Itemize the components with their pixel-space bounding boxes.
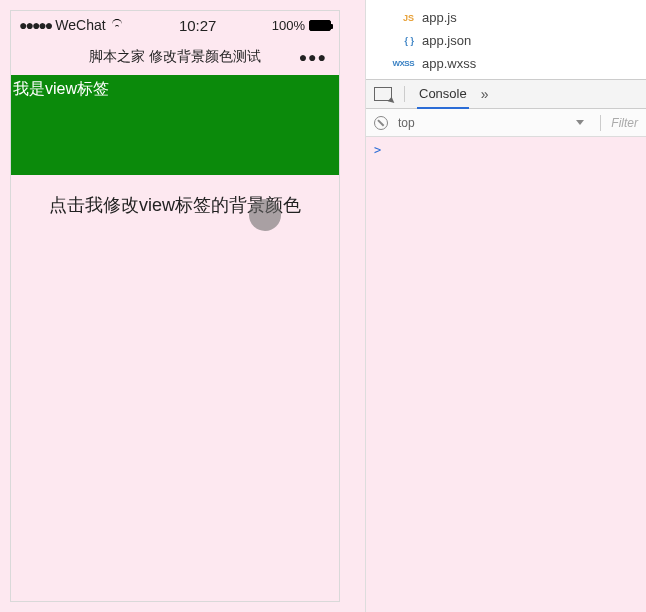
file-name-label: app.json <box>422 33 471 48</box>
clock-label: 10:27 <box>124 17 272 34</box>
simulator-panel: ●●●●● WeChat 10:27 100% 脚本之家 修改背景颜色测试 ●●… <box>0 0 365 612</box>
chevron-down-icon <box>576 120 584 125</box>
more-menu-icon[interactable]: ●●● <box>299 49 327 65</box>
status-left: ●●●●● WeChat <box>19 17 124 33</box>
console-prompt-icon: > <box>374 143 381 157</box>
file-name-label: app.wxss <box>422 56 476 71</box>
file-item[interactable]: WXSS app.wxss <box>366 52 646 75</box>
filter-input[interactable]: Filter <box>611 116 638 130</box>
page-title: 脚本之家 修改背景颜色测试 <box>89 48 261 66</box>
signal-dots-icon: ●●●●● <box>19 17 51 33</box>
phone-frame: ●●●●● WeChat 10:27 100% 脚本之家 修改背景颜色测试 ●●… <box>10 10 340 602</box>
touch-indicator-icon <box>249 199 281 231</box>
divider <box>600 115 601 131</box>
console-body[interactable]: > <box>366 137 646 612</box>
carrier-label: WeChat <box>55 17 105 33</box>
devtools-tabs: Console » <box>366 79 646 109</box>
file-item[interactable]: { } app.json <box>366 29 646 52</box>
file-list: JS app.js { } app.json WXSS app.wxss <box>366 0 646 79</box>
change-bg-button[interactable]: 点击我修改view标签的背景颜色 <box>11 181 339 229</box>
tab-console[interactable]: Console <box>417 80 469 109</box>
demo-view-text: 我是view标签 <box>13 80 109 97</box>
console-toolbar: top Filter <box>366 109 646 137</box>
divider <box>404 86 405 102</box>
status-right: 100% <box>272 18 331 33</box>
context-label: top <box>398 116 415 130</box>
file-item[interactable]: JS app.js <box>366 6 646 29</box>
nav-title-bar: 脚本之家 修改背景颜色测试 ●●● <box>11 39 339 75</box>
wifi-icon <box>110 20 124 30</box>
status-bar: ●●●●● WeChat 10:27 100% <box>11 11 339 39</box>
demo-view: 我是view标签 <box>11 75 339 175</box>
devtools-panel: JS app.js { } app.json WXSS app.wxss Con… <box>365 0 646 612</box>
clear-console-icon[interactable] <box>374 116 388 130</box>
more-tabs-icon[interactable]: » <box>481 86 489 102</box>
file-name-label: app.js <box>422 10 457 25</box>
file-type-icon: JS <box>390 13 414 23</box>
file-type-icon: { } <box>390 36 414 46</box>
context-select[interactable]: top <box>398 116 590 130</box>
battery-icon <box>309 20 331 31</box>
inspect-element-icon[interactable] <box>374 87 392 101</box>
file-type-icon: WXSS <box>390 59 414 68</box>
battery-pct-label: 100% <box>272 18 305 33</box>
